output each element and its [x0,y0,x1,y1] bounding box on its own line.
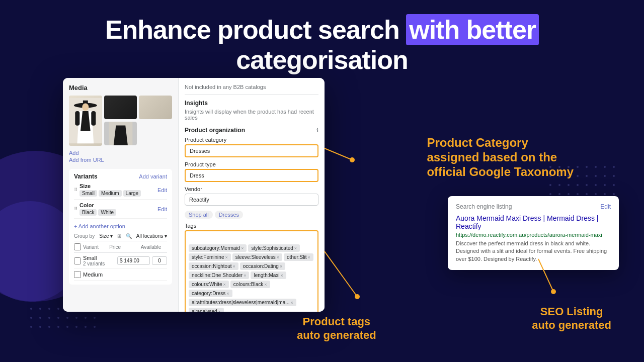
row-small-qty-input[interactable] [152,256,167,265]
seo-annotation: SEO Listing auto generated [532,305,611,332]
seo-card-title: Search engine listing [456,203,512,210]
tags-box[interactable]: subcategory:Mermaid × style:Sophisticate… [185,230,318,312]
seo-url: https://demo.reactify.com.au/products/au… [456,232,611,238]
org-header: Product organization ℹ [185,127,318,134]
tag-neckline: neckline:One Shoulder × [189,272,249,279]
product-category-label: Product category [185,137,318,143]
media-main-image[interactable] [69,96,102,146]
product-type-input[interactable] [185,169,318,182]
row-small-price-input[interactable] [117,256,150,265]
product-type-label: Product type [185,161,318,167]
group-bar: Group by Size ▾ ⊞ 🔍 All locations ▾ [74,233,167,239]
tags-wrap: subcategory:Mermaid × style:Sophisticate… [189,244,314,312]
page-header: Enhance product search with better categ… [0,15,644,75]
table-row-medium: Medium [74,269,167,281]
seo-edit-link[interactable]: Edit [600,203,611,210]
breadcrumb-dresses[interactable]: Dresses [215,211,243,219]
svg-point-3 [82,104,89,111]
dark-fabric-thumb[interactable] [104,96,137,119]
col-available-header: Available [141,244,167,250]
tag-length-maxi: length:Maxi × [251,272,286,279]
tag-ai-attributes: ai:attributes:dress|sleeveless|mermaid|m… [189,299,296,306]
drag-handle-color[interactable]: ⠿ [74,206,77,212]
insights-title: Insights [185,100,318,107]
tag-ai-analysed: ai:analysed × [189,308,224,312]
tags-section: Tags subcategory:Mermaid × style:Sophist… [185,223,318,312]
left-column: Media [63,78,179,312]
media-grid [69,96,172,146]
info-icon[interactable]: ℹ [316,127,318,134]
seo-card: Search engine listing Edit Auora Mermaid… [448,196,619,270]
svg-line-10 [325,148,352,160]
variants-section: Variants Add variant ⠿ Size Small Medium… [69,169,172,285]
add-from-url-button[interactable]: Add from URL [69,157,104,163]
tag-style-feminine: style:Feminine × [189,253,231,261]
vendor-input[interactable] [185,194,318,206]
dark-fabric [104,96,137,119]
tag-colours-white: colours:White × [189,281,229,288]
seo-description: Discover the perfect mermaid dress in bl… [456,240,611,263]
tags-label: Tags [185,223,318,229]
color-tags: Black White [79,209,157,216]
svg-point-11 [350,157,355,162]
locations-select[interactable]: All locations ▾ [136,233,167,239]
dress-svg-small [104,122,137,145]
tag-occasion-nightout: occasion:Nightout × [189,262,238,270]
variants-header: Variants Add variant [74,173,167,180]
breadcrumb-shop-all[interactable]: Shop all [185,211,213,219]
tag-other-slit: other:Slit × [284,253,313,261]
light-fabric-thumb[interactable] [139,96,172,119]
tag-subcategory-mermaid: subcategory:Mermaid × [189,244,247,252]
color-label: Color [79,202,157,208]
vendor-section: Vendor [185,186,318,206]
ta-text: Product tags auto generated [297,315,376,342]
breadcrumb-pills: Shop all Dresses [185,211,318,219]
size-edit-link[interactable]: Edit [157,187,167,193]
sa-text: SEO Listing auto generated [532,305,611,332]
table-header: Variant Price Available [74,241,167,253]
fashion-svg [69,96,102,146]
svg-rect-7 [91,111,96,126]
product-category-annotation: Product Category assigned based on the o… [427,136,574,179]
drag-handle-size[interactable]: ⠿ [74,187,77,193]
light-fabric [139,96,172,119]
search-icon[interactable]: 🔍 [126,233,132,239]
select-all-checkbox[interactable] [74,243,81,250]
add-variant-link[interactable]: Add variant [139,173,167,179]
tags-annotation: Product tags auto generated [297,315,376,342]
seo-link-text[interactable]: Auora Mermaid Maxi Dress | Mermaid Dress… [456,214,611,230]
media-section-title: Media [69,84,172,92]
org-title: Product organization [185,127,245,134]
size-tag-medium: Medium [99,190,122,197]
size-variant-info: Size Small Medium Large [79,183,157,197]
color-tag-white: White [98,209,116,216]
not-included-text: Not included in any B2B catalogs [185,84,318,95]
svg-line-12 [325,251,357,297]
tags-input[interactable] [189,236,314,242]
color-edit-link[interactable]: Edit [157,206,167,212]
color-variant-row: ⠿ Color Black White Edit [74,202,167,219]
row-small-name: Small 2 variants [83,255,117,266]
color-tag-black: Black [79,209,97,216]
tag-occasion-dating: occasion:Dating × [240,262,285,270]
tag-colours-black: colours:Black × [230,281,270,288]
row-medium-checkbox[interactable] [74,271,81,278]
row-small-checkbox[interactable] [74,257,81,264]
filter-icon[interactable]: ⊞ [117,233,121,239]
col-variant-header: Variant [83,244,109,250]
seo-card-header: Search engine listing Edit [456,203,611,210]
svg-rect-6 [75,111,79,126]
add-button[interactable]: Add [69,150,79,156]
col-price-header: Price [109,244,141,250]
add-option-link[interactable]: + Add another option [74,221,167,230]
product-category-field: Product category [185,137,318,157]
insights-section: Insights Insights will display when the … [185,100,318,121]
group-by-label: Group by [74,233,95,239]
product-category-input[interactable] [185,144,318,157]
color-variant-info: Color Black White [79,202,157,216]
group-select[interactable]: Size ▾ [99,233,112,239]
product-organization-section: Product organization ℹ Product category … [185,127,318,312]
dress-thumb[interactable] [104,122,137,145]
product-type-field: Product type [185,161,318,182]
row-medium-name: Medium [83,272,167,278]
